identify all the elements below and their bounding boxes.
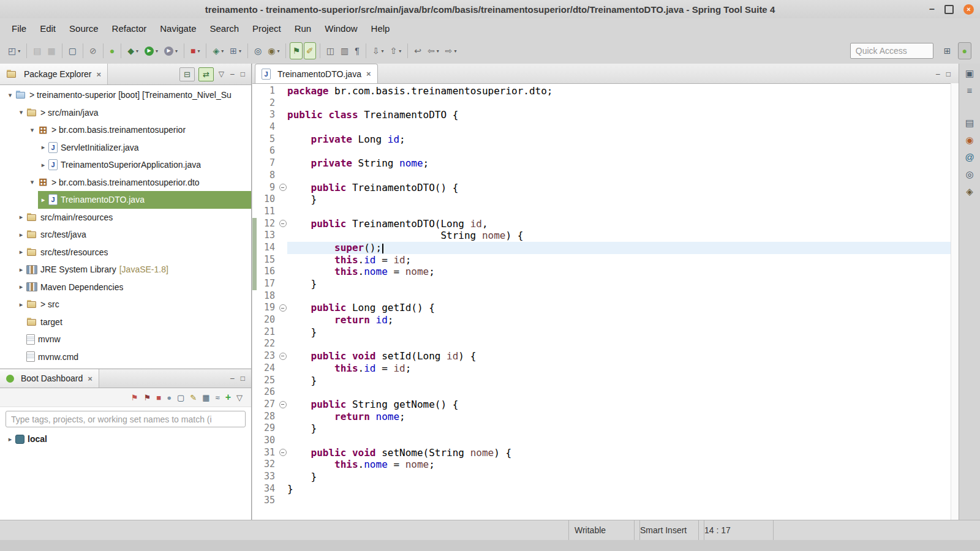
code-line[interactable]: 19 public Long getId() { [252, 302, 959, 314]
profile-button[interactable]: ▶▾ [162, 42, 180, 59]
title-bar[interactable]: treinamento - treinamento-superior/src/m… [0, 0, 980, 18]
menu-file[interactable]: File [5, 20, 33, 37]
expand-arrow-icon[interactable]: ▾ [27, 126, 37, 134]
code-line[interactable]: 3public class TreinamentoDTO { [252, 109, 959, 121]
code-editor[interactable]: 1package br.com.basis.treinamentosuperio… [252, 83, 959, 520]
code-line[interactable]: 12 public TreinamentoDTO(Long id, [252, 218, 959, 230]
boot-devtools-button[interactable]: ● [107, 42, 117, 59]
code-line[interactable]: 29 } [252, 422, 959, 435]
code-line[interactable]: 28 return nome; [252, 411, 959, 423]
problems-view-icon[interactable]: ▤ [965, 118, 974, 127]
expand-arrow-icon[interactable]: ▸ [38, 143, 48, 151]
expand-arrow-icon[interactable]: ▾ [27, 178, 37, 186]
code-line[interactable]: 31 public void setNome(String nome) { [252, 447, 959, 459]
code-line[interactable]: 27 public String getNome() { [252, 399, 959, 411]
expand-arrow-icon[interactable]: ▸ [16, 231, 26, 239]
expand-arrow-icon[interactable]: ▸ [16, 248, 26, 256]
maximize-window-icon[interactable] [944, 5, 954, 14]
last-edit-location-button[interactable]: ↩ [412, 42, 424, 59]
package-explorer-close-icon[interactable]: × [97, 70, 102, 79]
tree-item[interactable]: mvnw.cmd [0, 348, 251, 366]
tree-item[interactable]: ▸JTreinamentoDTO.java [0, 191, 251, 209]
expand-arrow-icon[interactable]: ▸ [38, 196, 48, 204]
code-line[interactable]: 1package br.com.basis.treinamentosuperio… [252, 85, 959, 97]
tree-item[interactable]: target [0, 313, 251, 331]
tree-item[interactable]: ▸src/test/resources [0, 244, 251, 261]
restore-views-icon[interactable]: ▣ [965, 69, 974, 78]
maximize-view-icon[interactable]: □ [239, 374, 246, 383]
view-menu-icon[interactable]: ▽ [236, 394, 243, 402]
boot-filter-input[interactable] [6, 411, 246, 427]
code-line[interactable]: 10 } [252, 193, 959, 206]
tree-item[interactable]: ▸JTreinamentoSuperiorApplication.java [0, 156, 251, 174]
expand-arrow-icon[interactable]: ▸ [16, 301, 26, 309]
code-line[interactable]: 21 } [252, 326, 959, 339]
search-button[interactable]: ◉▾ [265, 42, 282, 59]
menu-window[interactable]: Window [318, 20, 364, 37]
tree-item[interactable]: ▸src/test/java [0, 226, 251, 244]
tree-item[interactable]: ▾> treinamento-superior [boot] [Treiname… [0, 86, 251, 104]
code-line[interactable]: 14 super(); [252, 242, 959, 254]
collapse-all-icon[interactable]: ⊟ [179, 67, 195, 81]
tree-item[interactable]: ▾> src/main/java [0, 104, 251, 122]
boot-target-item[interactable]: ▸local [0, 431, 251, 447]
menu-help[interactable]: Help [364, 20, 397, 37]
expand-arrow-icon[interactable]: ▸ [38, 161, 48, 169]
fold-collapse-icon[interactable] [279, 449, 287, 456]
code-line[interactable]: 22 [252, 338, 959, 350]
stop-button[interactable]: ■▾ [188, 42, 202, 59]
editor-tab-treinamentodto[interactable]: J TreinamentoDTO.java × [255, 64, 378, 83]
expand-arrow-icon[interactable]: ▸ [5, 435, 15, 443]
code-line[interactable]: 4 [252, 121, 959, 133]
tree-item[interactable]: ▸> src [0, 296, 251, 313]
save-button[interactable]: ▤ [31, 42, 43, 59]
open-properties-icon[interactable]: ✎ [190, 394, 197, 402]
skip-breakpoints-button[interactable]: ⊘ [87, 42, 99, 59]
expand-arrow-icon[interactable]: ▾ [5, 91, 15, 99]
code-line[interactable]: 11 [252, 206, 959, 218]
menu-source[interactable]: Source [62, 20, 105, 37]
open-terminal-button[interactable]: ▢ [66, 42, 79, 59]
code-line[interactable]: 8 [252, 170, 959, 182]
run-button[interactable]: ▶▾ [142, 42, 160, 59]
menu-run[interactable]: Run [288, 20, 318, 37]
debug-button[interactable]: ◆▾ [125, 42, 141, 59]
menu-refactor[interactable]: Refactor [105, 20, 154, 37]
fold-collapse-icon[interactable] [279, 184, 287, 191]
tree-item[interactable]: ▸JRE System Library[JavaSE-1.8] [0, 261, 251, 279]
back-button[interactable]: ⇦▾ [425, 42, 442, 59]
javadoc-view-icon[interactable]: @ [965, 152, 974, 162]
boot-dashboard-close-icon[interactable]: × [88, 374, 92, 383]
filter-icon[interactable]: ≈ [216, 394, 220, 402]
link-with-editor-icon[interactable]: ⇄ [198, 67, 214, 81]
code-line[interactable]: 35 [252, 495, 959, 507]
expand-arrow-icon[interactable]: ▾ [16, 108, 26, 116]
code-line[interactable]: 13 String nome) { [252, 230, 959, 242]
toggle-breadcrumb-button[interactable]: ⚑ [290, 42, 303, 59]
fold-collapse-icon[interactable] [279, 401, 287, 408]
boot-dashboard-tab[interactable]: Boot Dashboard × [0, 369, 99, 388]
save-all-button[interactable]: ▦ [45, 42, 58, 59]
expand-arrow-icon[interactable]: ▸ [16, 283, 26, 291]
tree-item[interactable]: ▸src/main/resources [0, 209, 251, 227]
menu-navigate[interactable]: Navigate [153, 20, 203, 37]
maximize-view-icon[interactable]: □ [239, 70, 246, 78]
code-line[interactable]: 30 [252, 435, 959, 447]
open-type-button[interactable]: ◎ [252, 42, 264, 59]
code-line[interactable]: 9 public TreinamentoDTO() { [252, 182, 959, 194]
overview-ruler[interactable] [951, 83, 959, 520]
new-wizard-button[interactable]: ◰▾ [6, 42, 23, 59]
expand-arrow-icon[interactable]: ▸ [16, 213, 26, 221]
show-details-icon[interactable]: ▦ [202, 394, 209, 402]
tree-item[interactable]: ▾⊞> br.com.basis.treinamentosuperior [0, 121, 251, 139]
tree-item[interactable]: ▾⊞> br.com.basis.treinamentosuperior.dto [0, 174, 251, 192]
spring-perspective-button[interactable]: ● [958, 42, 971, 59]
previous-annotation-button[interactable]: ⇧▾ [388, 42, 404, 59]
menu-project[interactable]: Project [246, 20, 288, 37]
maximize-editor-icon[interactable]: □ [946, 70, 951, 78]
minimize-editor-icon[interactable]: – [936, 70, 940, 78]
fold-collapse-icon[interactable] [279, 353, 287, 360]
outline-view-icon[interactable]: ≡ [967, 86, 973, 95]
fold-collapse-icon[interactable] [279, 304, 287, 312]
open-browser-icon[interactable]: ● [167, 394, 172, 402]
